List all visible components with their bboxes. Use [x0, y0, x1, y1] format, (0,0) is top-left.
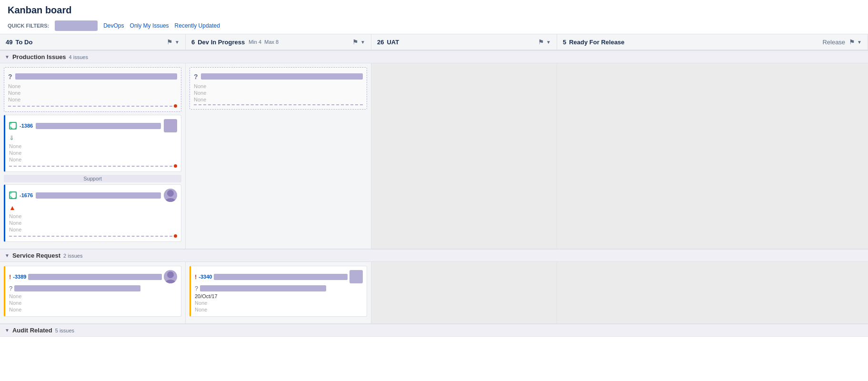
exclaim-icon-3340: !: [195, 273, 197, 281]
card-meta-none-dev-2: None: [194, 90, 363, 96]
card-dot-divider-1: [8, 104, 177, 108]
story-icon-1386: ⛶: [9, 122, 17, 130]
swimlane-audit-label: Audit Related: [12, 327, 52, 334]
card-dot-divider-1676: [9, 234, 177, 238]
question-icon-3389: ?: [9, 285, 12, 292]
card-meta-none-2: None: [8, 90, 177, 96]
uat-column-action[interactable]: ⚑ ▼: [538, 38, 551, 46]
card-avatar-placeholder-3340: [349, 270, 363, 283]
active-filter-button[interactable]: [55, 20, 98, 31]
card-sr-3340[interactable]: ! -3340 ? 20/Oct/17 None None: [190, 266, 367, 317]
swimlane-toggle-sr: ▼: [5, 253, 10, 258]
question-icon-3340: ?: [195, 285, 198, 292]
chevron-down-icon-dev: ▼: [360, 40, 365, 45]
col-header-dev: 6 Dev In Progress Min 4 Max 8 ⚑ ▼: [186, 34, 371, 50]
sr-release-col: [557, 262, 868, 323]
svg-point-0: [167, 190, 174, 197]
card-meta-none-sr-3: None: [9, 307, 177, 312]
priority-up-icon-1676: ▲: [9, 204, 16, 211]
card-meta-none-3: None: [8, 97, 177, 102]
chevron-down-icon-release: ▼: [857, 40, 862, 45]
quick-filters-bar: QUICK FILTERS: DevOps Only My Issues Rec…: [0, 18, 868, 34]
card-bar-3340-2: [200, 285, 326, 291]
service-cards-row: ! -3389 ? None: [0, 262, 868, 324]
question-icon: ?: [8, 73, 12, 80]
quick-filters-label: QUICK FILTERS:: [8, 23, 49, 29]
card-avatar-3389: [164, 270, 177, 283]
col-header-release: 5 Ready For Release Release ⚑ ▼: [557, 34, 868, 50]
avatar-svg-1676: [164, 189, 177, 202]
card-sr-3389[interactable]: ! -3389 ? None: [4, 266, 181, 317]
card-prod-1386[interactable]: ⛶ -1386 ⇓ None None None: [4, 115, 181, 172]
card-meta-none-sr-1: None: [9, 293, 177, 299]
release-column-action[interactable]: ⚑ ▼: [849, 38, 862, 46]
card-meta-none-dev-1: None: [194, 83, 363, 89]
production-cards-row: ? None None None: [0, 63, 868, 249]
card-date-3340: 20/Oct/17: [195, 293, 363, 299]
card-meta-none-3340-1: None: [195, 300, 363, 306]
flag-icon-dev: ⚑: [352, 38, 359, 46]
dev-minmax: Min 4 Max 8: [249, 39, 279, 45]
swimlane-production-title-row[interactable]: ▼ Production Issues 4 issues: [0, 50, 868, 63]
card-meta-none-1: None: [8, 83, 177, 89]
swimlane-production-label: Production Issues: [12, 53, 66, 60]
prod-todo-col: ? None None None: [0, 63, 186, 249]
swimlane-production-count: 4 issues: [69, 54, 88, 60]
swimlane-audit-count: 5 issues: [55, 328, 74, 333]
card-prod-todo-dashed[interactable]: ? None None None: [4, 67, 181, 112]
prod-release-col: [557, 63, 868, 249]
card-avatar-placeholder-1386: [164, 119, 177, 132]
card-bar-1386: [36, 123, 161, 129]
board-body: ▼ Production Issues 4 issues ?: [0, 50, 868, 337]
card-title-bar-1: [15, 73, 177, 80]
sr-uat-col: [371, 262, 557, 323]
chevron-down-icon-uat: ▼: [546, 40, 551, 45]
only-my-issues-filter[interactable]: Only My Issues: [130, 22, 169, 29]
card-meta-none-dev-3: None: [194, 97, 363, 102]
dev-count: 6: [191, 39, 195, 46]
prod-dev-col: ? None None None: [186, 63, 371, 249]
uat-count: 26: [377, 39, 384, 46]
card-meta-none-1676-2: None: [9, 220, 177, 226]
card-meta-none-1386-3: None: [9, 157, 177, 162]
kanban-board: 49 To Do ⚑ ▼ 6 Dev In Progress Min 4 Max…: [0, 34, 868, 337]
exclaim-icon-3389: !: [9, 273, 11, 281]
card-prod-dev-dashed[interactable]: ? None None None: [190, 67, 367, 110]
expand-icon-1386: ⇓: [9, 134, 14, 141]
card-title-bar-dev: [201, 73, 363, 80]
card-dot-divider-1386: [9, 164, 177, 168]
avatar-svg-3389: [164, 270, 177, 283]
board-headers: 49 To Do ⚑ ▼ 6 Dev In Progress Min 4 Max…: [0, 34, 868, 50]
devops-filter[interactable]: DevOps: [103, 22, 124, 29]
page-header: Kanban board: [0, 0, 868, 18]
card-id-3389: -3389: [13, 274, 26, 280]
card-meta-none-1386-2: None: [9, 150, 177, 156]
card-prod-1676[interactable]: ⛶ -1676 ▲ None None: [4, 184, 181, 242]
question-icon-dev: ?: [194, 73, 198, 80]
card-id-3340: -3340: [199, 274, 212, 280]
flag-icon-uat: ⚑: [538, 38, 544, 46]
swimlane-audit-title-row[interactable]: ▼ Audit Related 5 issues: [0, 324, 868, 337]
svg-point-2: [167, 271, 174, 278]
todo-column-action[interactable]: ⚑ ▼: [167, 38, 180, 46]
flag-icon-release: ⚑: [849, 38, 855, 46]
card-bar-1676: [36, 192, 161, 199]
story-icon-1676: ⛶: [9, 191, 17, 199]
dev-column-action[interactable]: ⚑ ▼: [352, 38, 365, 46]
uat-title: UAT: [387, 39, 399, 46]
swimlane-toggle-icon: ▼: [5, 54, 10, 60]
release-action-label: Release: [822, 39, 845, 46]
card-id-1386: -1386: [20, 123, 33, 129]
swimlane-toggle-audit: ▼: [5, 328, 10, 333]
card-id-1676: -1676: [20, 192, 33, 198]
swimlane-service-label: Service Request: [12, 252, 60, 259]
card-bar-3389-2: [14, 285, 140, 291]
card-avatar-1676: [164, 189, 177, 202]
recently-updated-filter[interactable]: Recently Updated: [175, 22, 220, 29]
swimlane-service-title-row[interactable]: ▼ Service Request 2 issues: [0, 249, 868, 262]
release-count: 5: [563, 39, 566, 46]
chevron-down-icon: ▼: [175, 40, 180, 45]
release-title: Ready For Release: [569, 39, 624, 46]
page-title: Kanban board: [8, 5, 860, 16]
todo-count: 49: [6, 39, 12, 46]
